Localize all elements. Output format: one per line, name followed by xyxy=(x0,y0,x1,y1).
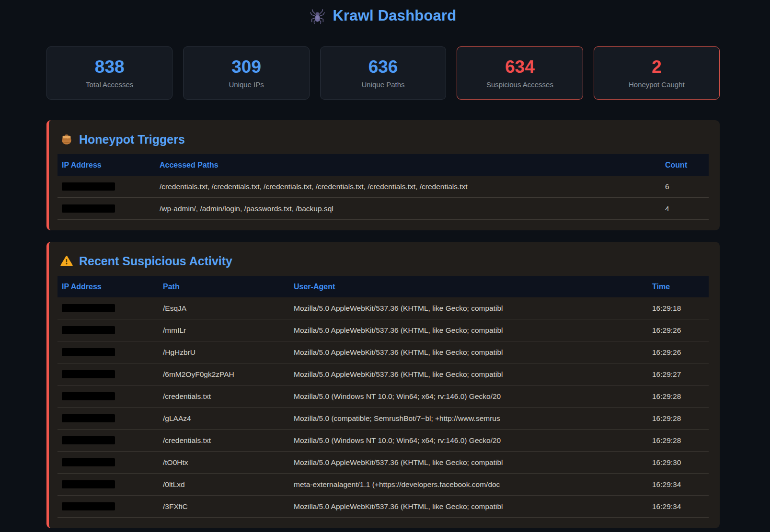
suspicious-table: IP AddressPathUser-AgentTime /EsqJAMozil… xyxy=(57,276,709,518)
stat-label: Unique Paths xyxy=(361,80,404,89)
suspicious-row: /credentials.txtMozilla/5.0 (Windows NT … xyxy=(57,430,709,452)
stat-label: Suspicious Accesses xyxy=(486,80,553,89)
redacted-ip-bar xyxy=(62,348,115,356)
honeypot-title-text: Honeypot Triggers xyxy=(79,132,185,147)
honeypot-table-header-row: IP AddressAccessed PathsCount xyxy=(57,154,709,176)
user-agent-cell: Mozilla/5.0 AppleWebKit/537.36 (KHTML, l… xyxy=(289,363,648,385)
honeypot-table: IP AddressAccessed PathsCount /credentia… xyxy=(57,154,709,220)
accessed-paths-cell: /credentials.txt, /credentials.txt, /cre… xyxy=(155,176,661,198)
stat-card-unique-ips: 309Unique IPs xyxy=(183,46,309,100)
suspicious-row: /EsqJAMozilla/5.0 AppleWebKit/537.36 (KH… xyxy=(57,297,709,319)
stat-value: 636 xyxy=(368,57,398,77)
redacted-ip-bar xyxy=(62,480,115,488)
column-header-ip-address: IP Address xyxy=(57,276,159,297)
time-cell: 16:29:28 xyxy=(648,430,709,452)
count-cell: 4 xyxy=(661,198,709,220)
column-header-accessed-paths: Accessed Paths xyxy=(155,154,661,176)
path-cell: /3FXfiC xyxy=(159,496,289,518)
ip-address-cell xyxy=(57,198,155,220)
path-cell: /tO0Htx xyxy=(159,452,289,474)
stat-value: 2 xyxy=(652,57,662,77)
honeypot-section-title: Honeypot Triggers xyxy=(57,132,709,147)
redacted-ip-bar xyxy=(62,458,115,466)
ip-address-cell xyxy=(57,496,159,518)
ip-address-cell xyxy=(57,385,159,407)
honeypot-row: /wp-admin/, /admin/login, /passwords.txt… xyxy=(57,198,709,220)
page-header: Krawl Dashboard xyxy=(46,0,720,25)
path-cell: /credentials.txt xyxy=(159,385,289,407)
user-agent-cell: Mozilla/5.0 (Windows NT 10.0; Win64; x64… xyxy=(289,430,648,452)
time-cell: 16:29:26 xyxy=(648,319,709,341)
ip-address-cell xyxy=(57,176,155,198)
path-cell: /credentials.txt xyxy=(159,430,289,452)
redacted-ip-bar xyxy=(62,304,115,312)
path-cell: /6mM2OyF0gk2zPAH xyxy=(159,363,289,385)
honeypot-section: Honeypot Triggers IP AddressAccessed Pat… xyxy=(46,120,720,230)
stat-value: 309 xyxy=(231,57,261,77)
stat-card-unique-paths: 636Unique Paths xyxy=(320,46,446,100)
user-agent-cell: Mozilla/5.0 AppleWebKit/537.36 (KHTML, l… xyxy=(289,496,648,518)
stat-card-honeypot-caught: 2Honeypot Caught xyxy=(594,46,720,100)
ip-address-cell xyxy=(57,297,159,319)
redacted-ip-bar xyxy=(62,392,115,400)
stat-label: Unique IPs xyxy=(229,80,264,89)
time-cell: 16:29:28 xyxy=(648,407,709,430)
ip-address-cell xyxy=(57,341,159,363)
stat-card-total-accesses: 838Total Accesses xyxy=(46,46,172,100)
suspicious-row: /0ltLxdmeta-externalagent/1.1 (+https://… xyxy=(57,474,709,496)
redacted-ip-bar xyxy=(62,414,115,422)
time-cell: 16:29:18 xyxy=(648,297,709,319)
honeypot-row: /credentials.txt, /credentials.txt, /cre… xyxy=(57,176,709,198)
suspicious-row: /HgHzbrUMozilla/5.0 AppleWebKit/537.36 (… xyxy=(57,341,709,363)
stat-cards: 838Total Accesses309Unique IPs636Unique … xyxy=(46,46,720,100)
time-cell: 16:29:27 xyxy=(648,363,709,385)
suspicious-row: /credentials.txtMozilla/5.0 (Windows NT … xyxy=(57,385,709,407)
user-agent-cell: meta-externalagent/1.1 (+https://develop… xyxy=(289,474,648,496)
accessed-paths-cell: /wp-admin/, /admin/login, /passwords.txt… xyxy=(155,198,661,220)
stat-value: 838 xyxy=(95,57,125,77)
time-cell: 16:29:26 xyxy=(648,341,709,363)
redacted-ip-bar xyxy=(62,502,115,510)
ip-address-cell xyxy=(57,363,159,385)
page-title: Krawl Dashboard xyxy=(333,7,457,24)
ip-address-cell xyxy=(57,474,159,496)
count-cell: 6 xyxy=(661,176,709,198)
path-cell: /mmILr xyxy=(159,319,289,341)
ip-address-cell xyxy=(57,430,159,452)
user-agent-cell: Mozilla/5.0 AppleWebKit/537.36 (KHTML, l… xyxy=(289,297,648,319)
stat-value: 634 xyxy=(505,57,535,77)
user-agent-cell: Mozilla/5.0 AppleWebKit/537.36 (KHTML, l… xyxy=(289,319,648,341)
ip-address-cell xyxy=(57,452,159,474)
user-agent-cell: Mozilla/5.0 (Windows NT 10.0; Win64; x64… xyxy=(289,385,648,407)
honeypot-icon xyxy=(60,133,73,146)
stat-card-suspicious-accesses: 634Suspicious Accesses xyxy=(457,46,583,100)
dashboard: Krawl Dashboard 838Total Accesses309Uniq… xyxy=(46,0,720,528)
warning-icon xyxy=(60,255,73,267)
redacted-ip-bar xyxy=(62,204,115,213)
suspicious-row: /mmILrMozilla/5.0 AppleWebKit/537.36 (KH… xyxy=(57,319,709,341)
stat-label: Total Accesses xyxy=(86,80,133,89)
user-agent-cell: Mozilla/5.0 (compatible; SemrushBot/7~bl… xyxy=(289,407,648,430)
redacted-ip-bar xyxy=(62,182,115,191)
path-cell: /EsqJA xyxy=(159,297,289,319)
user-agent-cell: Mozilla/5.0 AppleWebKit/537.36 (KHTML, l… xyxy=(289,452,648,474)
time-cell: 16:29:34 xyxy=(648,474,709,496)
ip-address-cell xyxy=(57,319,159,341)
stat-label: Honeypot Caught xyxy=(629,80,685,89)
suspicious-section: Recent Suspicious Activity IP AddressPat… xyxy=(46,242,720,528)
suspicious-row: /gLAAz4Mozilla/5.0 (compatible; SemrushB… xyxy=(57,407,709,430)
column-header-count: Count xyxy=(661,154,709,176)
spider-icon xyxy=(310,9,325,24)
suspicious-section-title: Recent Suspicious Activity xyxy=(57,253,709,269)
redacted-ip-bar xyxy=(62,370,115,378)
column-header-path: Path xyxy=(159,276,289,297)
redacted-ip-bar xyxy=(62,436,115,444)
suspicious-table-header-row: IP AddressPathUser-AgentTime xyxy=(57,276,709,297)
path-cell: /HgHzbrU xyxy=(159,341,289,363)
suspicious-row: /tO0HtxMozilla/5.0 AppleWebKit/537.36 (K… xyxy=(57,452,709,474)
redacted-ip-bar xyxy=(62,326,115,334)
column-header-time: Time xyxy=(648,276,709,297)
ip-address-cell xyxy=(57,407,159,430)
path-cell: /0ltLxd xyxy=(159,474,289,496)
user-agent-cell: Mozilla/5.0 AppleWebKit/537.36 (KHTML, l… xyxy=(289,341,648,363)
